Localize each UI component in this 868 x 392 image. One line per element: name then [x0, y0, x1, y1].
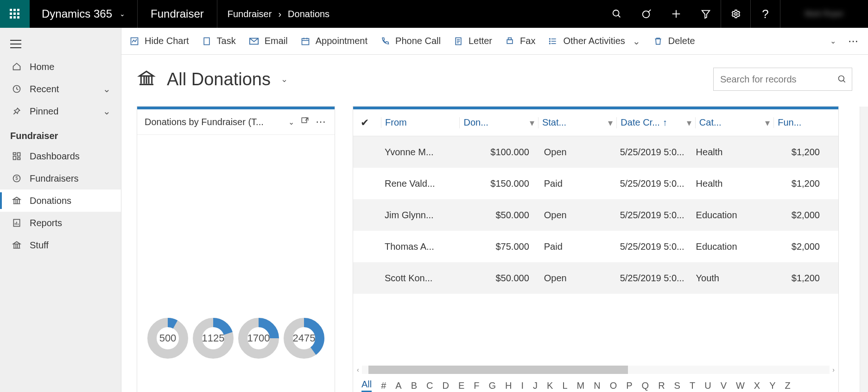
- alpha-filter-E[interactable]: E: [458, 380, 464, 391]
- table-row[interactable]: Rene Vald...$150.000Paid5/25/2019 5:0...…: [353, 168, 838, 199]
- search-records-box[interactable]: [713, 68, 852, 91]
- grid-panel: ✔ From Don...▾ Stat...▾ Date Cr...↑▾ Cat…: [353, 107, 838, 392]
- filter-icon[interactable]: ▾: [530, 117, 534, 128]
- alpha-filter-A[interactable]: A: [395, 380, 401, 391]
- alpha-filter-Y[interactable]: Y: [769, 380, 775, 391]
- sidebar-item-reports[interactable]: Reports: [0, 212, 121, 234]
- chart-more-button[interactable]: ⋯: [316, 116, 327, 128]
- column-status[interactable]: Stat...▾: [538, 117, 616, 128]
- svg-marker-15: [702, 11, 710, 18]
- donut-chart: 1700: [237, 317, 280, 360]
- select-all-checkbox[interactable]: ✔: [361, 117, 381, 129]
- alpha-filter-T[interactable]: T: [690, 380, 695, 391]
- horizontal-scrollbar[interactable]: ‹ ›: [353, 365, 838, 374]
- cmd-delete[interactable]: Delete: [653, 36, 695, 46]
- filter-icon[interactable]: ▾: [687, 117, 691, 128]
- settings-button[interactable]: [721, 0, 750, 28]
- cmd-more-button[interactable]: ⋯: [848, 35, 860, 47]
- alpha-filter-L[interactable]: L: [562, 380, 567, 391]
- cmd-fax[interactable]: Fax: [505, 36, 535, 46]
- chart-panel: Donations by Fundraiser (T... ⌄ ⋯ 500112…: [137, 107, 335, 392]
- alpha-filter-H[interactable]: H: [505, 380, 512, 391]
- alpha-filter-U[interactable]: U: [704, 380, 711, 391]
- sidebar-toggle[interactable]: [0, 32, 121, 56]
- view-selector-chevron[interactable]: ⌄: [281, 74, 288, 84]
- alpha-filter-I[interactable]: I: [521, 380, 524, 391]
- column-donation[interactable]: Don...▾: [459, 117, 538, 128]
- column-date-created[interactable]: Date Cr...↑▾: [616, 117, 695, 128]
- alpha-filter-#[interactable]: #: [381, 380, 386, 391]
- search-button[interactable]: [602, 0, 632, 28]
- alpha-filter-K[interactable]: K: [547, 380, 553, 391]
- sidebar-item-pinned[interactable]: Pinned ⌄: [0, 100, 121, 122]
- cmd-overflow-chevron[interactable]: ⌄: [830, 37, 836, 45]
- column-from[interactable]: From: [381, 117, 459, 128]
- scroll-left-icon[interactable]: ‹: [357, 366, 359, 373]
- cmd-email[interactable]: Email: [249, 36, 288, 46]
- alpha-filter-C[interactable]: C: [426, 380, 433, 391]
- alpha-filter-Z[interactable]: Z: [785, 380, 791, 391]
- alpha-filter-P[interactable]: P: [626, 380, 632, 391]
- alpha-filter-O[interactable]: O: [610, 380, 617, 391]
- alpha-filter-B[interactable]: B: [411, 380, 417, 391]
- search-icon: [837, 75, 847, 84]
- cmd-task[interactable]: Task: [202, 36, 236, 46]
- chart-selector-chevron[interactable]: ⌄: [288, 118, 294, 126]
- search-input[interactable]: [720, 74, 837, 85]
- cmd-appointment[interactable]: Appointment: [301, 36, 367, 46]
- column-category[interactable]: Cat...▾: [695, 117, 773, 128]
- alpha-filter-M[interactable]: M: [577, 380, 585, 391]
- alpha-filter-All[interactable]: All: [361, 379, 372, 392]
- vertical-scrollbar[interactable]: [860, 107, 868, 392]
- sidebar-item-fundraisers[interactable]: $ Fundraisers: [0, 167, 121, 190]
- filter-icon[interactable]: ▾: [608, 117, 613, 128]
- list-icon: [548, 37, 558, 46]
- expand-icon[interactable]: [301, 117, 309, 127]
- sidebar-item-stuff[interactable]: Stuff: [0, 234, 121, 256]
- chart-body: 500112517002475: [137, 135, 335, 392]
- sidebar-item-recent[interactable]: Recent ⌄: [0, 78, 121, 100]
- global-actions: ? Mark Roper: [602, 0, 868, 28]
- user-menu[interactable]: Mark Roper: [780, 0, 868, 28]
- cmd-letter[interactable]: Letter: [454, 36, 492, 46]
- letter-icon: [454, 37, 463, 46]
- alpha-filter-Q[interactable]: Q: [642, 380, 649, 391]
- scroll-track[interactable]: [362, 366, 830, 374]
- scroll-thumb[interactable]: [368, 366, 628, 374]
- alpha-filter-V[interactable]: V: [721, 380, 727, 391]
- alpha-filter-D[interactable]: D: [443, 380, 449, 391]
- svg-line-70: [843, 81, 845, 82]
- svg-rect-21: [13, 153, 16, 155]
- advanced-filter-button[interactable]: [691, 0, 721, 28]
- donut-value: 2475: [283, 317, 325, 360]
- svg-line-10: [618, 15, 621, 18]
- alpha-filter-W[interactable]: W: [736, 380, 745, 391]
- quick-create-button[interactable]: [661, 0, 691, 28]
- table-row[interactable]: Scott Kon...$50.000Open5/25/2019 5:0...Y…: [353, 262, 838, 294]
- cmd-phone-call[interactable]: Phone Call: [380, 36, 441, 46]
- cmd-other-activities[interactable]: Other Activities⌄: [548, 36, 640, 47]
- cmd-hide-chart[interactable]: Hide Chart: [130, 36, 189, 46]
- alpha-filter-R[interactable]: R: [658, 380, 665, 391]
- app-launcher-button[interactable]: [0, 0, 30, 28]
- sidebar-item-home[interactable]: Home: [0, 56, 121, 78]
- breadcrumb-root[interactable]: Fundraiser: [228, 9, 272, 19]
- alpha-filter-N[interactable]: N: [594, 380, 600, 391]
- table-row[interactable]: Thomas A...$75.000Paid5/25/2019 5:0...Ed…: [353, 231, 838, 262]
- table-row[interactable]: Jim Glynn...$50.000Open5/25/2019 5:0...E…: [353, 199, 838, 231]
- help-button[interactable]: ?: [750, 0, 780, 28]
- alpha-filter-X[interactable]: X: [754, 380, 760, 391]
- sidebar-item-donations[interactable]: Donations: [0, 190, 121, 212]
- task-flow-button[interactable]: [632, 0, 661, 28]
- table-row[interactable]: Yvonne M...$100.000Open5/25/2019 5:0...H…: [353, 136, 838, 168]
- alpha-filter-J[interactable]: J: [533, 380, 538, 391]
- sidebar-item-dashboards[interactable]: Dashboards: [0, 145, 121, 167]
- column-fundraiser[interactable]: Fun...: [773, 117, 831, 128]
- alpha-filter-S[interactable]: S: [674, 380, 680, 391]
- svg-point-11: [643, 11, 650, 18]
- product-switcher[interactable]: Dynamics 365 ⌄: [30, 0, 138, 28]
- scroll-right-icon[interactable]: ›: [832, 366, 835, 373]
- alpha-filter-G[interactable]: G: [489, 380, 496, 391]
- filter-icon[interactable]: ▾: [765, 117, 770, 128]
- alpha-filter-F[interactable]: F: [474, 380, 479, 391]
